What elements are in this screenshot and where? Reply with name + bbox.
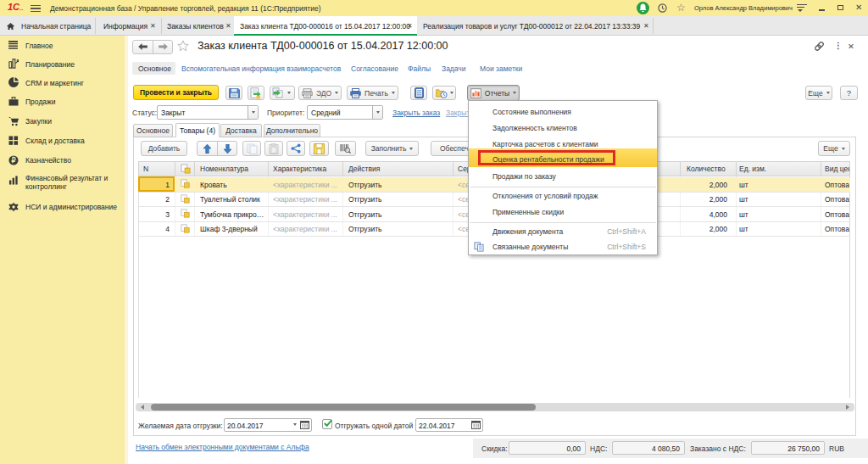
svg-text:₽: ₽ (12, 155, 16, 164)
